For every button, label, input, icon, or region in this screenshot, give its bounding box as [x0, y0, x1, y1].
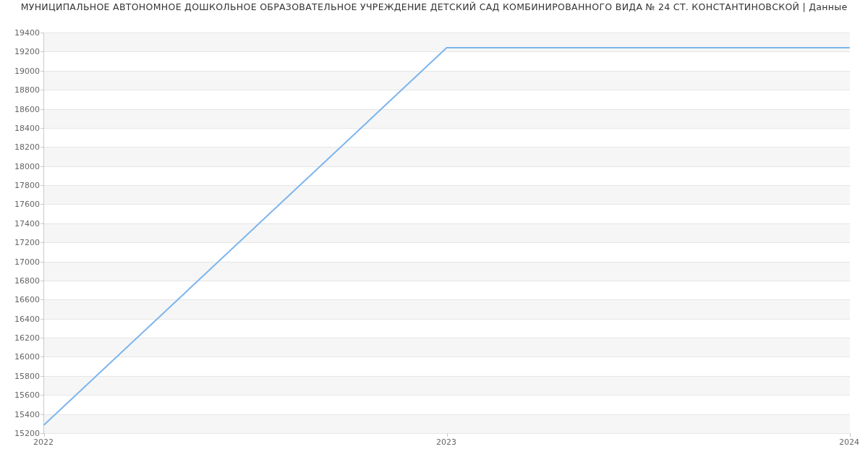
y-tick-mark [41, 128, 44, 129]
y-tick-mark [41, 109, 44, 110]
y-tick-mark [41, 204, 44, 205]
x-tick-label: 2024 [839, 437, 859, 447]
y-tick-label: 16600 [4, 295, 40, 304]
x-tick-mark [44, 433, 45, 437]
x-tick-mark [447, 433, 448, 437]
y-tick-label: 16200 [4, 333, 40, 343]
y-tick-mark [41, 319, 44, 320]
y-tick-label: 18200 [4, 142, 40, 152]
line-series-layer [44, 33, 850, 433]
y-tick-label: 17000 [4, 257, 40, 266]
y-tick-label: 16400 [4, 314, 40, 323]
y-tick-mark [41, 299, 44, 300]
plot-area[interactable] [43, 33, 850, 434]
y-tick-mark [41, 223, 44, 224]
y-tick-mark [41, 71, 44, 72]
y-tick-mark [41, 356, 44, 357]
y-tick-label: 19200 [4, 47, 40, 56]
y-tick-label: 15200 [4, 429, 40, 438]
y-tick-mark [41, 395, 44, 396]
chart-title: МУНИЦИПАЛЬНОЕ АВТОНОМНОЕ ДОШКОЛЬНОЕ ОБРА… [0, 1, 868, 12]
y-tick-label: 17600 [4, 200, 40, 209]
y-tick-mark [41, 376, 44, 377]
x-tick-mark [850, 433, 851, 437]
y-tick-label: 18600 [4, 104, 40, 114]
y-tick-mark [41, 262, 44, 262]
y-tick-mark [41, 414, 44, 415]
y-tick-mark [41, 242, 44, 243]
y-tick-label: 15600 [4, 390, 40, 400]
y-tick-label: 19400 [4, 28, 40, 38]
y-tick-mark [41, 166, 44, 167]
y-tick-mark [41, 90, 44, 90]
y-tick-mark [41, 338, 44, 338]
x-tick-label: 2023 [436, 437, 456, 447]
y-tick-mark [41, 147, 44, 148]
y-tick-label: 16800 [4, 275, 40, 285]
y-tick-label: 18000 [4, 161, 40, 171]
y-tick-label: 15400 [4, 409, 40, 419]
y-tick-label: 18800 [4, 85, 40, 95]
y-tick-label: 17200 [4, 238, 40, 247]
series-line [44, 48, 849, 424]
y-tick-label: 19000 [4, 66, 40, 75]
y-tick-label: 15800 [4, 371, 40, 380]
y-tick-label: 17800 [4, 181, 40, 190]
chart-container: МУНИЦИПАЛЬНОЕ АВТОНОМНОЕ ДОШКОЛЬНОЕ ОБРА… [0, 0, 868, 470]
y-tick-mark [41, 281, 44, 281]
y-tick-label: 17400 [4, 218, 40, 228]
x-tick-label: 2022 [33, 437, 54, 447]
y-tick-mark [41, 33, 44, 33]
y-tick-label: 18400 [4, 123, 40, 132]
y-tick-mark [41, 185, 44, 186]
y-tick-label: 16000 [4, 352, 40, 362]
y-tick-mark [41, 51, 44, 52]
